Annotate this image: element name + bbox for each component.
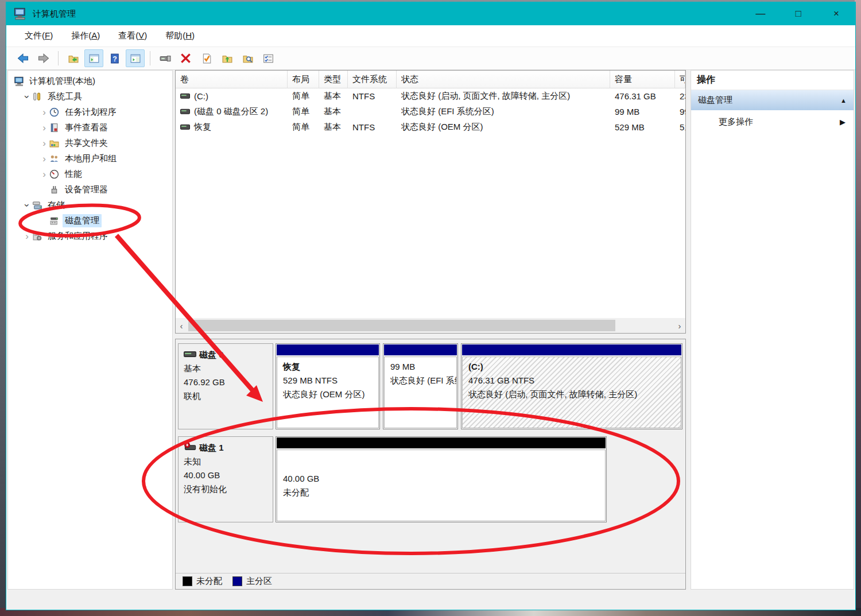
column-header-volume[interactable]: 卷	[176, 71, 288, 88]
volume-type: 基本	[319, 91, 348, 102]
chevron-right-icon[interactable]: ›	[39, 107, 49, 117]
tree-item-task-scheduler[interactable]: › 任务计划程序	[8, 104, 172, 120]
tree-item-label: 共享文件夹	[63, 137, 110, 150]
scroll-right-icon[interactable]: ›	[674, 321, 685, 331]
console-tree-toggle-button[interactable]	[84, 49, 103, 67]
console-tree: 计算机管理(本地) › 系统工具 › 任务计划程序 › 事件查看器 › 共享文件…	[7, 70, 173, 590]
task-list-button[interactable]	[259, 49, 278, 67]
scroll-left-icon[interactable]: ‹	[176, 321, 187, 331]
partition-title: (C:)	[468, 360, 675, 374]
tree-item-system-tools[interactable]: › 系统工具	[8, 89, 172, 104]
action-pane-toggle-icon	[130, 53, 141, 64]
volume-layout: 简单	[288, 106, 319, 117]
chevron-right-icon[interactable]: ›	[39, 154, 49, 164]
partition-color-bar	[277, 437, 606, 448]
properties-button[interactable]	[197, 49, 216, 67]
horizontal-scrollbar[interactable]: ‹ ›	[176, 318, 685, 333]
partition-color-bar	[277, 344, 379, 355]
event-viewer-icon	[49, 123, 63, 133]
volume-free: 51	[675, 122, 685, 132]
main-content: 计算机管理(本地) › 系统工具 › 任务计划程序 › 事件查看器 › 共享文件…	[6, 70, 855, 590]
task-scheduler-icon	[49, 107, 63, 117]
back-icon	[17, 53, 29, 63]
maximize-button[interactable]: □	[779, 2, 817, 25]
volume-row-recovery[interactable]: 恢复 简单 基本 NTFS 状态良好 (OEM 分区) 529 MB 51	[176, 119, 685, 135]
chevron-right-icon[interactable]: ›	[39, 169, 49, 179]
tree-item-device-manager[interactable]: › 设备管理器	[8, 182, 172, 197]
tree-item-label: 系统工具	[45, 90, 84, 103]
column-header-status[interactable]: 状态	[397, 71, 610, 88]
menu-view[interactable]: 查看(V)	[109, 30, 156, 41]
column-header-capacity[interactable]: 容量	[610, 71, 675, 88]
partition-color-bar	[384, 344, 457, 355]
partition-color-bar	[462, 344, 681, 355]
computer-management-window: 计算机管理 — □ × 文件(F) 操作(A) 查看(V) 帮助(H) ?	[6, 2, 856, 610]
forward-button[interactable]	[34, 49, 53, 67]
action-pane-toggle-button[interactable]	[126, 49, 145, 67]
menu-help[interactable]: 帮助(H)	[156, 30, 204, 41]
disk-0-label[interactable]: 磁盘 0 基本 476.92 GB 联机	[178, 343, 273, 429]
scrollbar-thumb[interactable]	[188, 320, 615, 331]
chevron-right-icon[interactable]: ›	[39, 138, 49, 148]
column-header-free[interactable]: 可	[675, 71, 685, 88]
back-button[interactable]	[13, 49, 32, 67]
help-button[interactable]: ?	[105, 49, 124, 67]
unallocated-label: 未分配	[283, 486, 599, 499]
column-header-filesystem[interactable]: 文件系统	[348, 71, 397, 88]
export-list-button[interactable]	[64, 49, 83, 67]
volume-name: 恢复	[194, 122, 211, 133]
column-header-type[interactable]: 类型	[319, 71, 348, 88]
partition-c[interactable]: (C:) 476.31 GB NTFS 状态良好 (启动, 页面文件, 故障转储…	[461, 343, 682, 429]
services-icon	[32, 231, 45, 241]
tree-item-services-applications[interactable]: › 服务和应用程序	[8, 228, 172, 244]
partition-size: 99 MB	[390, 360, 451, 374]
toolbar-separator	[58, 51, 59, 65]
submenu-arrow-icon: ▶	[840, 118, 846, 126]
legend-unallocated: 未分配	[183, 576, 222, 587]
close-button[interactable]: ×	[817, 2, 855, 25]
volume-row-efi[interactable]: (磁盘 0 磁盘分区 2) 简单 基本 状态良好 (EFI 系统分区) 99 M…	[176, 104, 685, 119]
menu-action[interactable]: 操作(A)	[62, 30, 109, 41]
more-actions-item[interactable]: 更多操作 ▶	[691, 110, 854, 133]
tree-item-event-viewer[interactable]: › 事件查看器	[8, 120, 172, 135]
folder-up-button[interactable]	[218, 49, 236, 67]
title-bar: 计算机管理 — □ ×	[6, 2, 855, 25]
collapse-icon[interactable]: ▲	[840, 97, 847, 104]
volume-row-c[interactable]: (C:) 简单 基本 NTFS 状态良好 (启动, 页面文件, 故障转储, 主分…	[176, 88, 685, 104]
actions-group-disk-management[interactable]: 磁盘管理 ▲	[691, 90, 854, 110]
column-header-layout[interactable]: 布局	[288, 71, 319, 88]
window-title: 计算机管理	[33, 9, 76, 20]
minimize-button[interactable]: —	[742, 2, 779, 25]
unallocated-space[interactable]: 40.00 GB 未分配	[276, 436, 607, 522]
pane-splitter[interactable]	[175, 334, 686, 339]
remote-computer-button[interactable]	[156, 49, 174, 67]
tree-item-shared-folders[interactable]: › 共享文件夹	[8, 135, 172, 151]
disk-status: 没有初始化	[184, 482, 267, 496]
chevron-down-icon[interactable]: ›	[22, 92, 32, 102]
tree-item-storage[interactable]: › 存储	[8, 197, 172, 213]
performance-icon	[49, 169, 63, 179]
volume-list-empty-area	[176, 135, 685, 318]
tree-item-disk-management[interactable]: › 磁盘管理	[8, 213, 172, 228]
folder-search-button[interactable]	[238, 49, 257, 67]
tree-item-performance[interactable]: › 性能	[8, 166, 172, 182]
delete-button[interactable]	[176, 49, 195, 67]
partition-status: 状态良好 (启动, 页面文件, 故障转储, 主分区)	[468, 388, 675, 401]
partition-status: 状态良好 (OEM 分区)	[283, 388, 373, 401]
disk-1-label[interactable]: 磁盘 1 未知 40.00 GB 没有初始化	[178, 436, 273, 522]
volume-layout: 简单	[288, 91, 319, 102]
chevron-right-icon[interactable]: ›	[22, 231, 32, 241]
legend-bar: 未分配 主分区	[176, 573, 685, 589]
menu-file[interactable]: 文件(F)	[15, 30, 62, 41]
disk-type: 未知	[184, 455, 267, 468]
chevron-right-icon[interactable]: ›	[39, 123, 49, 133]
partition-recovery[interactable]: 恢复 529 MB NTFS 状态良好 (OEM 分区)	[276, 343, 380, 429]
tree-item-computer-management[interactable]: 计算机管理(本地)	[8, 73, 172, 89]
volume-icon	[180, 109, 190, 115]
chevron-down-icon[interactable]: ›	[22, 200, 32, 211]
menu-bar: 文件(F) 操作(A) 查看(V) 帮助(H)	[6, 25, 855, 47]
tree-item-local-users-groups[interactable]: › 本地用户和组	[8, 151, 172, 166]
partition-efi[interactable]: 99 MB 状态良好 (EFI 系统分区)	[383, 343, 458, 429]
disk-name: 磁盘 1	[199, 441, 224, 455]
tree-item-label: 事件查看器	[63, 121, 110, 134]
